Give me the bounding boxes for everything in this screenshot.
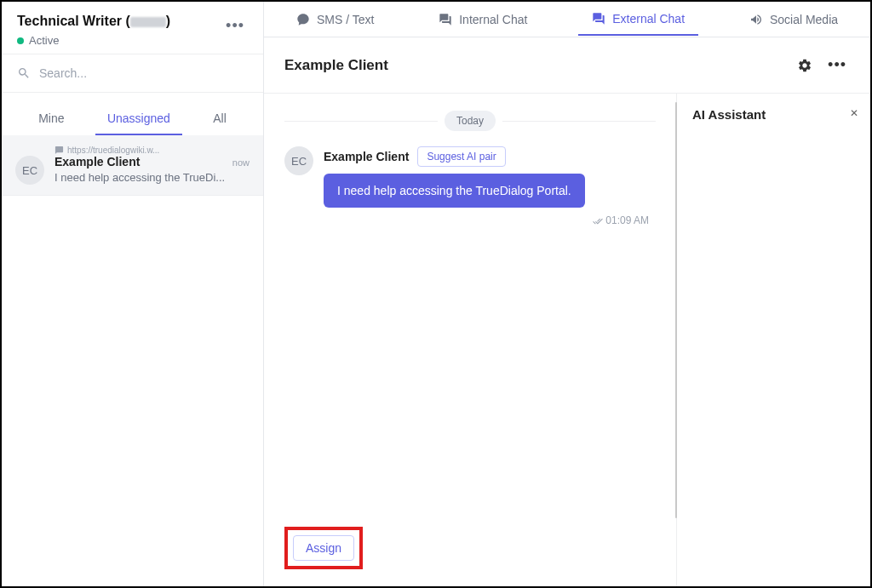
conversation-source-url: https://truedialogwiki.w... xyxy=(67,146,159,155)
filter-tab-all[interactable]: All xyxy=(201,106,238,135)
tab-internal-chat-label: Internal Chat xyxy=(459,13,527,26)
conversation-time: now xyxy=(232,157,250,168)
conversation-more-button[interactable]: ••• xyxy=(824,53,850,77)
sms-icon xyxy=(296,13,310,26)
bullhorn-icon xyxy=(749,13,763,26)
sidebar: Technical Writer () Active ••• Mine Unas… xyxy=(2,2,264,586)
tab-external-chat[interactable]: External Chat xyxy=(578,3,698,36)
ai-panel-scrollbar[interactable] xyxy=(675,102,677,518)
sidebar-more-button[interactable]: ••• xyxy=(222,14,248,38)
ai-panel-close-button[interactable]: ✕ xyxy=(850,107,858,119)
filter-tabs: Mine Unassigned All xyxy=(2,93,263,135)
avatar: EC xyxy=(15,156,44,185)
conversation-preview: I need help accessing the TrueDi... xyxy=(54,171,250,184)
chat-area: Today EC Example Client Suggest AI pair … xyxy=(264,94,676,586)
message-bubble: I need help accessing the TrueDialog Por… xyxy=(324,174,585,208)
agent-name-suffix: ) xyxy=(166,14,170,28)
tab-social-media-label: Social Media xyxy=(770,13,838,26)
assign-highlight-frame: Assign xyxy=(284,527,363,569)
redacted-name xyxy=(130,17,166,27)
conversation-client-name: Example Client xyxy=(284,57,388,74)
message-time-text: 01:09 AM xyxy=(605,214,649,226)
channel-tabs: SMS / Text Internal Chat External Chat S… xyxy=(264,2,870,37)
tab-sms[interactable]: SMS / Text xyxy=(283,4,387,35)
status-dot-icon xyxy=(17,37,24,44)
agent-name: Technical Writer () xyxy=(17,14,170,29)
filter-tab-unassigned[interactable]: Unassigned xyxy=(95,106,182,135)
message-sender: Example Client xyxy=(324,150,409,163)
date-pill: Today xyxy=(445,111,496,131)
gear-icon[interactable] xyxy=(797,58,812,73)
ai-assistant-title: AI Assistant xyxy=(692,107,855,122)
conversation-list: EC https://truedialogwiki.w... Example C… xyxy=(2,135,263,586)
conversation-item[interactable]: EC https://truedialogwiki.w... Example C… xyxy=(2,135,263,196)
assign-button[interactable]: Assign xyxy=(293,535,354,561)
agent-status: Active xyxy=(29,34,59,47)
date-separator: Today xyxy=(284,111,656,131)
suggest-ai-pair-button[interactable]: Suggest AI pair xyxy=(417,146,505,167)
filter-tab-mine[interactable]: Mine xyxy=(26,106,76,135)
tab-external-chat-label: External Chat xyxy=(612,12,685,26)
chat-source-icon xyxy=(54,146,64,155)
internal-chat-icon xyxy=(439,13,452,26)
assign-row: Assign xyxy=(284,520,656,576)
conversation-title: Example Client xyxy=(54,155,140,168)
search-container xyxy=(2,54,263,93)
external-chat-icon xyxy=(592,12,605,26)
tab-social-media[interactable]: Social Media xyxy=(736,4,852,35)
check-icon xyxy=(593,216,603,226)
sidebar-header: Technical Writer () Active ••• xyxy=(2,2,263,54)
message-timestamp: 01:09 AM xyxy=(324,214,656,226)
search-input[interactable] xyxy=(39,66,248,80)
ai-assistant-panel: AI Assistant ✕ xyxy=(676,94,870,586)
message-row: EC Example Client Suggest AI pair I need… xyxy=(284,146,656,226)
search-icon xyxy=(17,66,31,80)
agent-name-prefix: Technical Writer ( xyxy=(17,14,130,28)
tab-sms-label: SMS / Text xyxy=(317,13,374,26)
main-area: SMS / Text Internal Chat External Chat S… xyxy=(264,2,870,586)
message-avatar: EC xyxy=(284,146,313,175)
tab-internal-chat[interactable]: Internal Chat xyxy=(425,4,541,35)
conversation-header: Example Client ••• xyxy=(264,37,870,94)
